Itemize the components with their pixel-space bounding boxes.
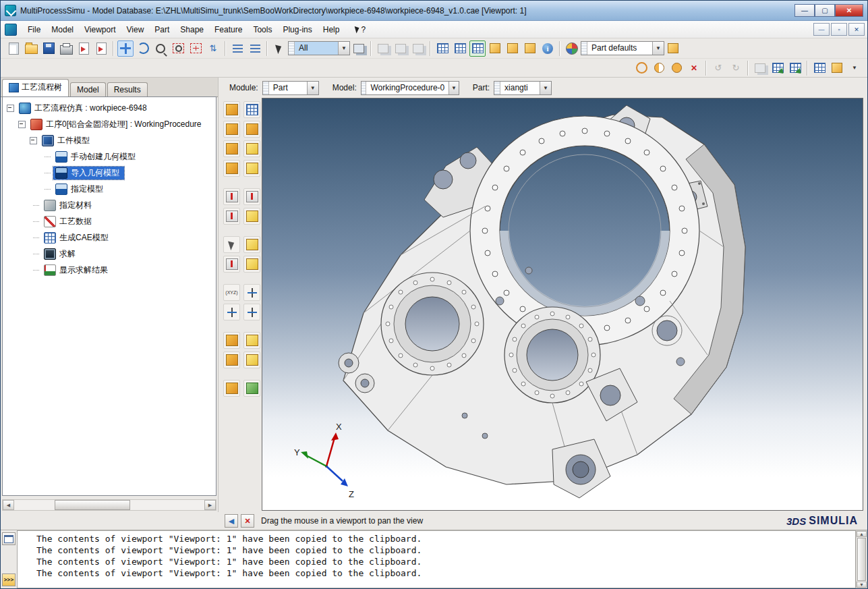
chevron-down-icon[interactable]: ▼	[307, 82, 318, 94]
surface-manager-icon[interactable]	[243, 380, 260, 397]
mdi-minimize-button[interactable]: —	[813, 23, 830, 36]
menu-plugins[interactable]: Plug-ins	[277, 22, 317, 37]
tree-row[interactable]: 指定材料	[3, 197, 216, 213]
tab-process-tree[interactable]: 工艺流程树	[2, 79, 69, 96]
datum-axis-icon[interactable]	[223, 256, 240, 273]
magnify-view-icon[interactable]	[152, 40, 169, 57]
collapse-icon[interactable]	[7, 105, 14, 112]
field-output-icon[interactable]	[770, 60, 786, 76]
replace-display-group-icon[interactable]	[410, 40, 426, 57]
pattern-feature-icon[interactable]	[243, 160, 260, 177]
edit-feature-icon[interactable]	[223, 352, 240, 368]
context-help-icon[interactable]: ?	[351, 24, 370, 36]
partition-face-icon[interactable]	[243, 188, 260, 205]
tree-row[interactable]: 指定模型	[3, 181, 216, 197]
console-log[interactable]: The contents of viewport "Viewport: 1" h…	[17, 530, 856, 588]
create-part-icon[interactable]	[223, 101, 240, 118]
menu-feature[interactable]: Feature	[209, 22, 248, 37]
cancel-procedure-icon[interactable]: ✕	[241, 514, 254, 528]
create-solid-icon[interactable]	[223, 121, 240, 138]
menu-tools[interactable]: Tools	[248, 22, 277, 37]
viewport-data-icon[interactable]	[452, 40, 468, 57]
tree-row[interactable]: 显示求解结果	[3, 262, 216, 278]
viewport-3d[interactable]: X Y Z	[262, 98, 863, 511]
project-edges-icon[interactable]	[223, 304, 240, 320]
datum-plane-icon[interactable]	[243, 256, 260, 273]
tree-row[interactable]: 工艺数据	[3, 213, 216, 229]
save-model-icon[interactable]	[40, 40, 57, 57]
view-cut-manager-icon[interactable]	[504, 40, 521, 57]
menu-file[interactable]: File	[22, 22, 46, 37]
tree-row[interactable]: 手动创建几何模型	[3, 148, 216, 165]
mdi-close-button[interactable]: ✕	[848, 23, 865, 36]
previous-prompt-icon[interactable]: ◀	[225, 514, 238, 528]
tab-results[interactable]: Results	[107, 82, 148, 96]
create-cut-icon[interactable]	[223, 140, 240, 157]
tree-row[interactable]: 工件模型	[3, 132, 216, 148]
open-model-icon[interactable]	[23, 40, 39, 57]
history-output-icon[interactable]	[787, 60, 803, 76]
scroll-left-icon[interactable]: ◀	[3, 500, 14, 510]
datum-csys-icon[interactable]	[243, 284, 260, 301]
scroll-down-icon[interactable]: ▼	[857, 582, 867, 588]
viewport-window-icon[interactable]	[5, 24, 17, 36]
parallel-projection-icon[interactable]	[229, 40, 245, 57]
set-manager-icon[interactable]	[223, 380, 240, 397]
render-hidden-icon[interactable]	[651, 60, 667, 76]
query-icon[interactable]	[752, 60, 768, 76]
command-line-icon[interactable]: >>>	[2, 573, 16, 586]
query-select-icon[interactable]	[223, 236, 240, 253]
tree-row[interactable]: 生成CAE模型	[3, 229, 216, 246]
annotation-options-icon[interactable]	[829, 60, 845, 76]
view-cut-icon[interactable]	[487, 40, 503, 57]
scroll-right-icon[interactable]: ▶	[204, 500, 216, 510]
create-shell-icon[interactable]	[243, 121, 260, 138]
model-combo[interactable]: WorkingProcedure-0 ▼	[361, 81, 459, 95]
collapse-icon[interactable]	[18, 121, 26, 128]
print-icon[interactable]	[58, 40, 74, 57]
create-display-group-icon[interactable]	[375, 40, 391, 57]
create-sketch-icon[interactable]	[223, 332, 240, 349]
mdi-restore-button[interactable]: ▫	[831, 23, 847, 36]
collapse-icon[interactable]	[30, 137, 37, 144]
partition-cell-icon[interactable]	[223, 208, 240, 225]
toolbar-overflow-icon[interactable]: ▼	[846, 60, 863, 76]
scrollbar-thumb[interactable]	[857, 538, 866, 581]
apply-color-code-icon[interactable]	[665, 40, 681, 57]
close-button[interactable]: ✕	[835, 4, 863, 17]
message-area-icon[interactable]	[2, 532, 16, 545]
menu-part[interactable]: Part	[149, 22, 175, 37]
part-manager-icon[interactable]	[243, 101, 260, 118]
undo-icon[interactable]: ↺	[710, 60, 726, 76]
rotate-view-icon[interactable]	[135, 40, 151, 57]
box-zoom-icon[interactable]	[170, 40, 186, 57]
chevron-down-icon[interactable]: ▼	[449, 82, 458, 94]
display-options-icon[interactable]	[522, 40, 538, 57]
cancel-render-icon[interactable]: ✕	[686, 60, 702, 76]
xyz-point-icon[interactable]: (XYZ)	[223, 284, 240, 301]
export-file-icon[interactable]	[93, 40, 109, 57]
render-shaded-icon[interactable]	[668, 60, 685, 76]
cycle-views-icon[interactable]: ⇅	[205, 40, 221, 57]
scrollbar-thumb[interactable]	[55, 500, 130, 510]
maximize-button[interactable]: ▢	[815, 4, 835, 17]
tab-model[interactable]: Model	[70, 82, 106, 96]
edit-display-group-icon[interactable]	[393, 40, 409, 57]
tree-row[interactable]: 工序0[铝合金固溶处理] : WorkingProcedure	[3, 116, 216, 132]
menu-shape[interactable]: Shape	[175, 22, 209, 37]
tree-row[interactable]: 求解	[3, 246, 216, 262]
attach-points-icon[interactable]	[243, 304, 260, 320]
pan-view-icon[interactable]	[117, 40, 134, 57]
scroll-up-icon[interactable]: ▲	[857, 531, 867, 537]
tree-horizontal-scrollbar[interactable]: ◀ ▶	[2, 499, 216, 511]
chevron-down-icon[interactable]: ▼	[652, 42, 664, 55]
menu-view[interactable]: View	[121, 22, 150, 37]
viewport-grid-icon[interactable]	[434, 40, 451, 57]
perspective-projection-icon[interactable]	[247, 40, 263, 57]
minimize-button[interactable]: —	[794, 4, 815, 17]
info-icon[interactable]: i	[540, 40, 556, 57]
mirror-part-icon[interactable]	[223, 160, 240, 177]
import-file-icon[interactable]	[76, 40, 92, 57]
render-wireframe-icon[interactable]	[633, 60, 649, 76]
datum-point-icon[interactable]	[243, 236, 260, 253]
